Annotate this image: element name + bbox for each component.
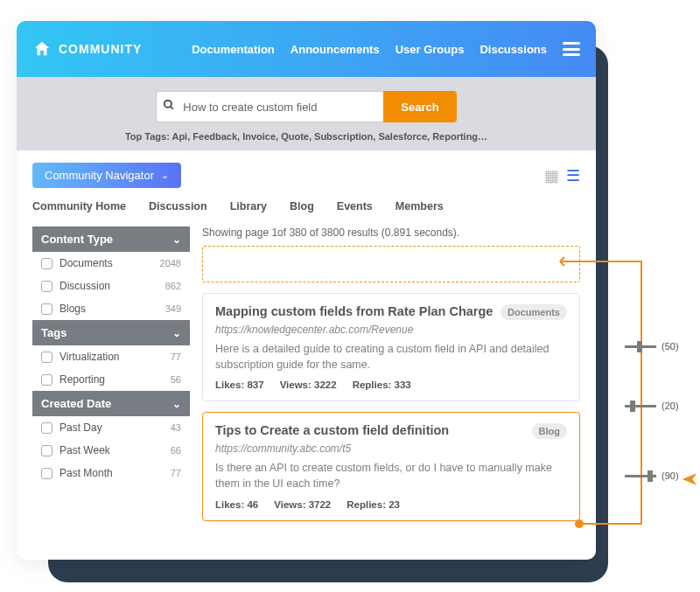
result-badge: Blog xyxy=(532,423,567,439)
result-card[interactable]: Mapping custom fields from Rate Plan Cha… xyxy=(202,293,580,401)
facet-item-past-day[interactable]: Past Day43 xyxy=(32,416,190,439)
search-button[interactable]: Search xyxy=(383,91,456,122)
search-icon xyxy=(163,99,175,115)
tab-blog[interactable]: Blog xyxy=(290,200,314,212)
view-toggle: ▦ ☰ xyxy=(544,166,580,185)
facet-tags-head[interactable]: Tags⌄ xyxy=(32,320,190,345)
facet-content-type-head[interactable]: Content Type⌄ xyxy=(32,226,190,252)
hamburger-icon[interactable] xyxy=(563,42,580,56)
result-url: https://knowledgecenter.abc.com/Revenue xyxy=(215,324,567,336)
plane-icon xyxy=(681,470,698,491)
chevron-down-icon: ⌄ xyxy=(172,233,181,246)
svg-line-1 xyxy=(171,107,173,109)
nav-announcements[interactable]: Announcements xyxy=(290,43,380,56)
tab-library[interactable]: Library xyxy=(230,200,267,212)
result-stats: Likes: 837Views: 3222Replies: 333 xyxy=(215,380,567,390)
sidebar: Content Type⌄ Documents2048 Discussion86… xyxy=(32,226,190,521)
tab-home[interactable]: Community Home xyxy=(32,200,126,212)
result-stats: Likes: 46Views: 3722Replies: 23 xyxy=(215,499,567,510)
grid-view-icon[interactable]: ▦ xyxy=(544,166,559,185)
facet-item-discussion[interactable]: Discussion862 xyxy=(32,275,190,297)
facet-item-past-week[interactable]: Past Week66 xyxy=(32,439,190,462)
slider-annotation-90: (90) xyxy=(625,470,679,481)
facet-item-documents[interactable]: Documents2048 xyxy=(32,252,190,275)
tab-events[interactable]: Events xyxy=(337,200,373,212)
result-desc: Here is a detailed guide to creating a c… xyxy=(215,341,567,373)
tab-members[interactable]: Members xyxy=(396,200,444,212)
result-card-highlighted[interactable]: Tips to Create a custom field definition… xyxy=(202,412,580,520)
nav-discussions[interactable]: Discussions xyxy=(480,43,547,56)
topbar: COMMUNITY Documentation Announcements Us… xyxy=(17,21,596,77)
arrow-left-icon xyxy=(556,255,572,268)
top-tags: Top Tags: Api, Feedback, Invoice, Quote,… xyxy=(17,131,596,142)
tabs: Community Home Discussion Library Blog E… xyxy=(32,188,580,221)
slider-annotation-50: (50) xyxy=(625,341,679,352)
nav-documentation[interactable]: Documentation xyxy=(192,43,275,56)
chevron-down-icon: ⌄ xyxy=(172,398,181,410)
result-url: https://community.abc.com/t5 xyxy=(215,442,567,455)
result-desc: Is there an API to create custom fields,… xyxy=(215,460,567,491)
slider-annotation-20: (20) xyxy=(625,400,679,411)
result-badge: Documents xyxy=(500,304,567,320)
home-icon[interactable] xyxy=(32,39,52,59)
content: Community Navigator ▦ ☰ Community Home D… xyxy=(17,150,596,533)
result-title: Mapping custom fields from Rate Plan Cha… xyxy=(215,304,493,318)
navigator-dropdown[interactable]: Community Navigator xyxy=(32,163,181,188)
facet-item-past-month[interactable]: Past Month77 xyxy=(32,462,190,484)
top-nav: Documentation Announcements User Groups … xyxy=(192,42,580,56)
app-window: COMMUNITY Documentation Announcements Us… xyxy=(17,21,596,560)
search-input[interactable] xyxy=(156,91,383,122)
results: Showing page 1of 380 of 3800 results (0.… xyxy=(202,226,580,521)
results-summary: Showing page 1of 380 of 3800 results (0.… xyxy=(202,226,580,239)
search-bar: Search Top Tags: Api, Feedback, Invoice,… xyxy=(17,77,596,150)
facet-item-reporting[interactable]: Reporting56 xyxy=(32,368,190,391)
chevron-down-icon: ⌄ xyxy=(172,327,181,339)
list-view-icon[interactable]: ☰ xyxy=(566,166,580,185)
tab-discussion[interactable]: Discussion xyxy=(149,200,207,212)
svg-point-0 xyxy=(164,101,172,108)
facet-item-blogs[interactable]: Blogs349 xyxy=(32,297,190,320)
nav-user-groups[interactable]: User Groups xyxy=(396,43,465,56)
brand-title: COMMUNITY xyxy=(59,42,142,56)
facet-item-virtualization[interactable]: Virtualization77 xyxy=(32,345,190,368)
result-title: Tips to Create a custom field definition xyxy=(215,423,449,437)
featured-slot-placeholder xyxy=(202,246,580,282)
facet-created-date-head[interactable]: Created Date⌄ xyxy=(32,391,190,416)
